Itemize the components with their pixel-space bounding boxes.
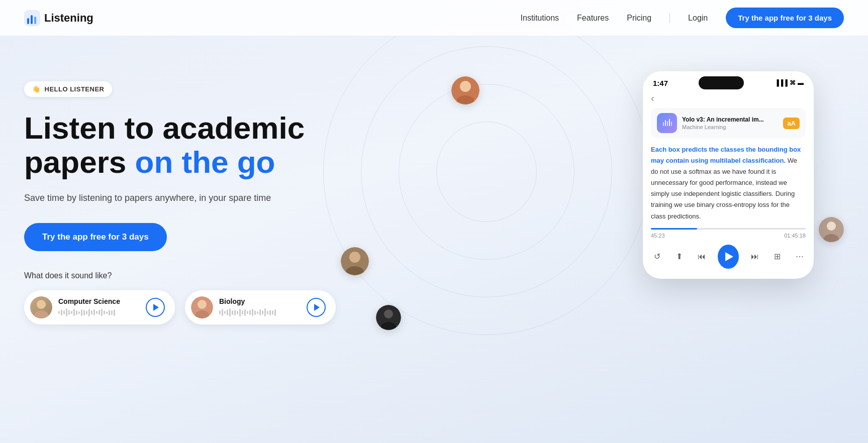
nav-link-features[interactable]: Features (577, 14, 609, 23)
svg-point-5 (34, 310, 48, 318)
paper-info: Yolo v3: An incremental im... Machine Le… (682, 116, 778, 130)
battery-icon: ▬ (798, 79, 804, 86)
brand-logo[interactable]: Listening (24, 10, 93, 26)
signal-icon: ▐▐▐ (775, 79, 788, 86)
hero-subtitle: Save time by listening to papers anywher… (24, 191, 336, 205)
svg-rect-22 (665, 120, 666, 126)
floating-avatar-4 (819, 217, 844, 242)
navbar: Listening Institutions Features Pricing … (0, 0, 868, 36)
svg-rect-23 (667, 121, 668, 126)
hero-left: 👋 HELLO LISTENER Listen to academic pape… (24, 66, 336, 324)
phone-content: Each box predicts the classes the boundi… (643, 144, 814, 222)
cs-play-button[interactable] (146, 298, 165, 317)
phone-controls: ↺ ⬆ ⏮ ⏭ ⊞ ⋯ (643, 245, 814, 269)
phone-back-button[interactable]: ‹ (643, 92, 814, 108)
skip-back-button[interactable]: ⏮ (696, 250, 708, 264)
chapters-button[interactable]: ⊞ (771, 250, 783, 264)
phone-status-bar: 1:47 ▐▐▐ ⌘ ▬ (643, 71, 814, 92)
audio-card-bio: Biology (185, 290, 336, 324)
nav-divider (669, 13, 670, 23)
bio-audio-info: Biology (219, 297, 301, 317)
phone-progress: 45:23 01:45:18 (651, 228, 806, 239)
nav-login[interactable]: Login (688, 14, 708, 23)
svg-rect-25 (671, 122, 672, 126)
floating-avatar-1 (451, 76, 479, 104)
bio-play-button[interactable] (307, 298, 326, 317)
badge-emoji: 👋 (32, 85, 41, 93)
play-pause-icon (725, 252, 733, 261)
nav-link-pricing[interactable]: Pricing (627, 14, 651, 23)
content-highlight: Each box predicts the classes the boundi… (651, 146, 801, 164)
svg-point-19 (827, 222, 836, 231)
floating-avatar-3 (376, 305, 401, 330)
bio-waveform (219, 307, 301, 317)
skip-forward-button[interactable]: ⏭ (749, 250, 761, 264)
svg-rect-3 (34, 17, 36, 24)
svg-point-10 (460, 81, 471, 92)
paper-waveform-icon (661, 118, 672, 129)
svg-rect-1 (27, 18, 29, 24)
hero-title-line1: Listen to academic (24, 110, 305, 145)
svg-point-13 (349, 252, 360, 263)
floating-avatar-2 (341, 247, 369, 275)
progress-times: 45:23 01:45:18 (651, 233, 806, 239)
audio-card-cs: Computer Science (24, 290, 175, 324)
badge-text: HELLO LISTENER (45, 85, 105, 93)
cs-audio-label: Computer Science (58, 297, 140, 305)
cs-waveform (58, 307, 140, 317)
svg-point-16 (384, 309, 393, 318)
cs-audio-info: Computer Science (58, 297, 140, 317)
hero-title: Listen to academic papers on the go (24, 111, 336, 179)
hello-badge: 👋 HELLO LISTENER (24, 81, 112, 97)
phone-time: 1:47 (653, 79, 668, 87)
hero-right: 1:47 ▐▐▐ ⌘ ▬ ‹ (336, 66, 844, 443)
nav-links: Institutions Features Pricing Login Try … (521, 8, 844, 28)
share-button[interactable]: ⬆ (673, 250, 685, 264)
audio-cards: Computer Science (24, 290, 336, 324)
content-body: We do not use a softmax as we have found… (651, 157, 797, 219)
cs-avatar (30, 296, 52, 318)
progress-current: 45:23 (651, 233, 665, 239)
hero-cta-button[interactable]: Try the app free for 3 days (24, 223, 167, 251)
captions-button[interactable]: ⋯ (794, 250, 806, 264)
phone-pill (699, 76, 744, 89)
hero-title-accent: on the go (135, 145, 275, 179)
status-icons: ▐▐▐ ⌘ ▬ (775, 79, 804, 86)
sound-label: What does it sound like? (24, 271, 336, 280)
hero-section: 👋 HELLO LISTENER Listen to academic pape… (0, 36, 868, 443)
progress-bar-fill (651, 228, 697, 230)
replay-button[interactable]: ↺ (651, 250, 663, 264)
svg-rect-2 (31, 15, 33, 24)
paper-icon (657, 113, 677, 133)
svg-rect-24 (669, 119, 670, 126)
phone-mockup: 1:47 ▐▐▐ ⌘ ▬ ‹ (643, 71, 814, 279)
font-size-button[interactable]: aA (783, 118, 800, 129)
svg-point-4 (37, 300, 46, 309)
brand-name: Listening (44, 12, 93, 25)
bio-audio-label: Biology (219, 297, 301, 305)
logo-icon (24, 10, 40, 26)
svg-point-7 (198, 300, 207, 309)
cs-play-icon (153, 304, 159, 311)
paper-card: Yolo v3: An incremental im... Machine Le… (651, 108, 806, 138)
svg-rect-21 (663, 122, 664, 126)
wifi-icon: ⌘ (790, 79, 796, 86)
bio-play-icon (314, 304, 320, 311)
progress-bar-bg (651, 228, 806, 230)
progress-total: 01:45:18 (784, 233, 806, 239)
nav-cta-button[interactable]: Try the app free for 3 days (726, 8, 844, 28)
paper-title: Yolo v3: An incremental im... (682, 116, 778, 123)
nav-link-institutions[interactable]: Institutions (521, 14, 559, 23)
hero-title-line2-normal: papers (24, 145, 135, 179)
bio-avatar (191, 296, 213, 318)
play-pause-button[interactable] (718, 245, 739, 269)
paper-category: Machine Learning (682, 124, 778, 130)
